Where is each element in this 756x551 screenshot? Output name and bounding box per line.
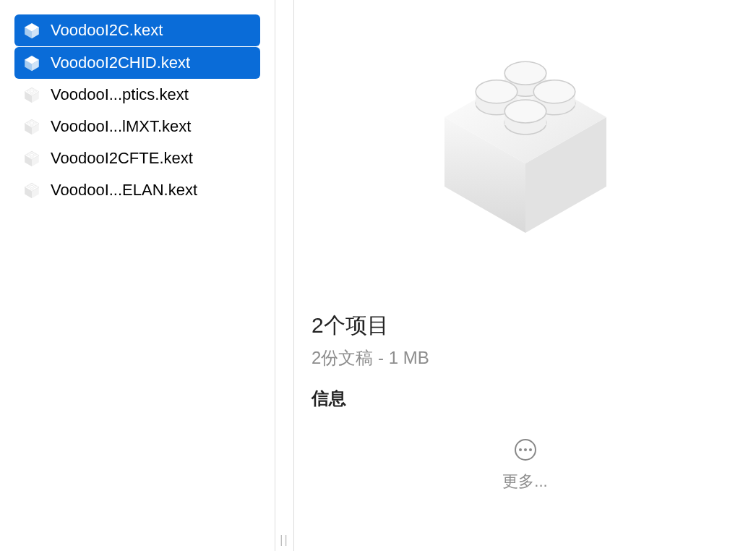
file-item[interactable]: VoodooI2C.kext — [14, 14, 260, 46]
svg-point-13 — [30, 56, 33, 59]
svg-point-55 — [504, 100, 546, 123]
svg-point-32 — [33, 154, 36, 156]
file-name-label: VoodooI...ELAN.kext — [51, 181, 197, 200]
svg-point-58 — [524, 448, 527, 451]
more-button[interactable]: 更多... — [312, 471, 739, 492]
svg-point-39 — [33, 186, 36, 188]
svg-point-5 — [30, 28, 33, 30]
svg-point-41 — [30, 184, 33, 186]
svg-point-18 — [33, 90, 36, 93]
preview-subtitle: 2份文稿 - 1 MB — [312, 346, 739, 370]
file-item[interactable]: VoodooI...lMXT.kext — [14, 111, 260, 142]
svg-point-19 — [30, 93, 33, 95]
file-name-label: VoodooI2CHID.kext — [51, 54, 190, 72]
svg-point-10 — [27, 59, 30, 61]
file-item[interactable]: VoodooI2CHID.kext — [14, 47, 260, 79]
kext-file-icon — [22, 180, 42, 200]
svg-point-3 — [27, 26, 30, 28]
svg-point-33 — [30, 156, 33, 158]
file-item[interactable]: VoodooI2CFTE.kext — [14, 142, 260, 174]
resize-handle-icon[interactable]: || — [280, 534, 288, 547]
svg-point-24 — [27, 122, 30, 124]
kext-preview-icon — [403, 22, 648, 282]
svg-point-40 — [30, 188, 33, 190]
svg-point-38 — [27, 186, 30, 188]
file-name-label: VoodooI2C.kext — [51, 21, 163, 40]
svg-point-25 — [33, 122, 36, 124]
svg-point-17 — [27, 90, 30, 93]
svg-point-20 — [30, 88, 33, 90]
preview-info: 2个项目 2份文稿 - 1 MB 信息 更多... — [312, 311, 739, 492]
file-name-label: VoodooI2CFTE.kext — [51, 149, 193, 168]
svg-point-53 — [476, 80, 517, 103]
column-divider: || — [275, 0, 293, 551]
file-item[interactable]: VoodooI...ptics.kext — [14, 79, 260, 111]
svg-point-54 — [533, 80, 575, 103]
file-name-label: VoodooI...lMXT.kext — [51, 117, 191, 136]
kext-file-icon — [22, 53, 42, 73]
preview-pane: 2个项目 2份文稿 - 1 MB 信息 更多... — [293, 0, 756, 551]
kext-file-icon — [22, 85, 42, 105]
svg-point-6 — [30, 24, 33, 26]
svg-point-57 — [519, 448, 522, 451]
svg-point-59 — [529, 448, 532, 451]
svg-point-26 — [30, 124, 33, 127]
kext-file-icon — [22, 148, 42, 168]
preview-title: 2个项目 — [312, 311, 739, 341]
svg-point-31 — [27, 154, 30, 156]
info-section-header: 信息 — [312, 387, 739, 410]
svg-point-27 — [30, 120, 33, 122]
kext-file-icon — [22, 20, 42, 40]
file-list-column: VoodooI2C.kext VoodooI2CHID.kext VoodooI… — [0, 0, 275, 551]
file-list: VoodooI2C.kext VoodooI2CHID.kext VoodooI… — [14, 14, 260, 206]
kext-file-icon — [22, 116, 42, 137]
svg-point-11 — [33, 59, 36, 61]
file-name-label: VoodooI...ptics.kext — [51, 85, 189, 104]
ellipsis-circle-icon[interactable] — [515, 439, 536, 461]
file-item[interactable]: VoodooI...ELAN.kext — [14, 174, 260, 206]
svg-point-4 — [33, 26, 36, 28]
svg-point-56 — [504, 61, 546, 85]
svg-point-12 — [30, 61, 33, 63]
svg-point-34 — [30, 152, 33, 154]
